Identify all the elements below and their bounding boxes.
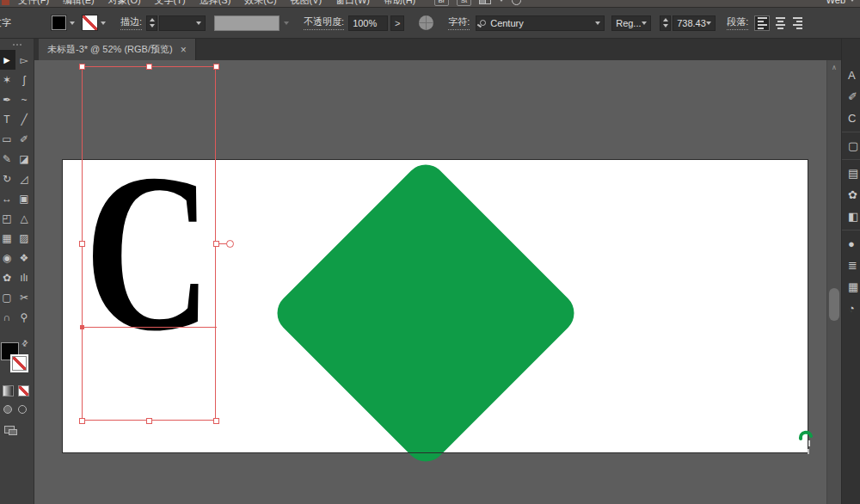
width-tool[interactable]: ↔ [0,188,15,208]
toolbar-grip[interactable] [0,39,34,50]
lasso-tool[interactable]: ʃ [15,70,33,89]
gradient-tool[interactable]: ▨ [15,228,33,248]
tab-close-icon[interactable]: × [181,45,187,55]
chevron-down-icon[interactable] [70,22,75,25]
eraser-tool[interactable]: ◪ [15,149,33,169]
gradient-button[interactable] [3,385,14,396]
pen-tool[interactable]: ✒ [0,89,15,109]
symbol-sprayer-tool[interactable]: ✿ [0,267,15,287]
curvature-tool[interactable]: ~ [15,89,33,109]
selection-tool[interactable]: ► [0,50,15,70]
artboards-panel[interactable]: ▢ [842,135,860,157]
selection-handle-top-center[interactable] [146,64,152,70]
selection-handle-top-left[interactable] [79,64,85,70]
perspective-grid-tool[interactable]: △ [15,208,33,228]
stroke-swatch[interactable] [10,354,28,372]
side-handle-circle[interactable] [226,240,234,248]
font-family-input[interactable]: Century [476,15,605,31]
menu-item[interactable]: 文字(T) [155,0,186,7]
align-panel[interactable]: ≣ [842,255,860,276]
selection-handle-top-right[interactable] [213,64,219,70]
column-graph-tool[interactable]: ılı [15,267,33,287]
menu-item[interactable]: 文件(F) [18,0,49,7]
arrange-documents-icon[interactable] [479,0,491,4]
libraries-panel[interactable]: ◔ [842,298,860,319]
align-right-button[interactable] [790,15,806,31]
align-left-button[interactable] [754,15,770,31]
paragraph-label[interactable]: 段落: [727,15,748,30]
rectangle-tool[interactable]: ▭ [0,129,15,149]
brushes-panel[interactable]: ✐ [842,86,860,108]
selection-handle-bottom-left[interactable] [79,418,85,424]
recolor-artwork-icon[interactable] [419,15,433,30]
direct-selection-tool[interactable]: ▻ [15,50,33,70]
shape-builder-tool[interactable]: ◰ [0,208,15,228]
menu-item[interactable]: 效果(C) [244,0,276,7]
stroke-weight-stepper[interactable] [146,15,157,31]
draw-behind-button[interactable] [18,405,27,414]
graphic-styles-panel[interactable]: ◧ [842,206,860,227]
font-size-input[interactable]: 738.43 [673,15,716,31]
draw-normal-button[interactable] [3,405,12,414]
opacity-options-button[interactable]: > [390,15,404,31]
baseline-anchor-point[interactable] [80,325,84,329]
color-panel[interactable]: C [842,108,860,129]
selection-handle-mid-left[interactable] [79,241,85,247]
menu-item[interactable]: 编辑(E) [63,0,95,7]
opacity-label[interactable]: 不透明度: [304,15,344,30]
app-logo-icon[interactable] [2,0,9,5]
mesh-tool[interactable]: ▦ [0,228,15,248]
artboard-tool[interactable]: ▢ [0,287,15,307]
pencil-tool[interactable]: ✎ [0,149,15,169]
canvas[interactable]: C [34,60,841,504]
swatches-panel[interactable]: ▤ [842,163,860,184]
font-size-stepper[interactable] [660,15,671,31]
selection-handle-bottom-center[interactable] [146,418,152,424]
menu-item[interactable]: 视图(V) [291,0,322,7]
fill-color-swatch[interactable] [52,15,66,30]
eyedropper-tool[interactable]: ◉ [0,248,15,267]
font-style-dropdown[interactable]: Reg... [611,15,651,31]
stroke-weight-dropdown[interactable] [159,15,206,31]
share-icon[interactable] [512,0,521,5]
document-tab-title: 未标题-3* @ 52% (RGB/预览) [47,43,173,56]
swap-fill-stroke-icon[interactable]: ⇄ [20,338,30,348]
document-tab[interactable]: 未标题-3* @ 52% (RGB/预览) × [39,39,196,60]
paintbrush-tool[interactable]: ✐ [15,129,33,149]
menu-item[interactable]: 帮助(H) [384,0,415,7]
bridge-button[interactable]: Br [434,0,449,6]
rotate-tool[interactable]: ↻ [0,169,15,188]
align-center-button[interactable] [772,15,788,31]
opacity-input[interactable]: 100% [348,15,388,31]
vertical-scrollbar[interactable]: ∧ [826,60,841,504]
menu-item[interactable]: 对象(O) [108,0,141,7]
workspace-switcher[interactable]: Web [826,0,855,7]
stock-button[interactable]: St [457,0,471,6]
none-button[interactable] [18,385,29,396]
selection-handle-mid-right[interactable] [213,241,219,247]
menu-item[interactable]: 选择(S) [200,0,231,7]
type-tool[interactable]: T [0,109,15,129]
zoom-tool[interactable]: ⚲ [15,307,33,327]
width-profile-dropdown[interactable] [214,15,280,31]
hand-tool[interactable]: ∩ [0,307,15,327]
scale-tool[interactable]: ◿ [15,169,33,188]
free-transform-tool[interactable]: ▣ [15,188,33,208]
stroke-label[interactable]: 描边: [120,15,142,30]
character-label[interactable]: 字符: [448,15,470,30]
blend-tool[interactable]: ❖ [15,248,33,267]
slice-tool[interactable]: ✂ [15,287,33,307]
chevron-down-icon[interactable] [101,22,106,25]
symbols-panel[interactable]: ✿ [842,184,860,206]
scrollbar-thumb[interactable] [829,288,839,321]
appearance-panel[interactable]: A [842,65,860,86]
stroke-color-swatch[interactable] [83,15,97,30]
menu-item[interactable]: 窗口(W) [335,0,370,7]
magic-wand-tool[interactable]: ✶ [0,70,15,89]
layers-panel[interactable]: ▦ [842,276,860,298]
stroke-panel[interactable]: ● [842,233,860,255]
selection-handle-bottom-right[interactable] [213,418,219,424]
screen-mode-button[interactable] [4,426,18,436]
line-segment-tool[interactable]: ╱ [15,109,33,129]
collapse-panels-icon[interactable]: ∧ [827,64,841,71]
